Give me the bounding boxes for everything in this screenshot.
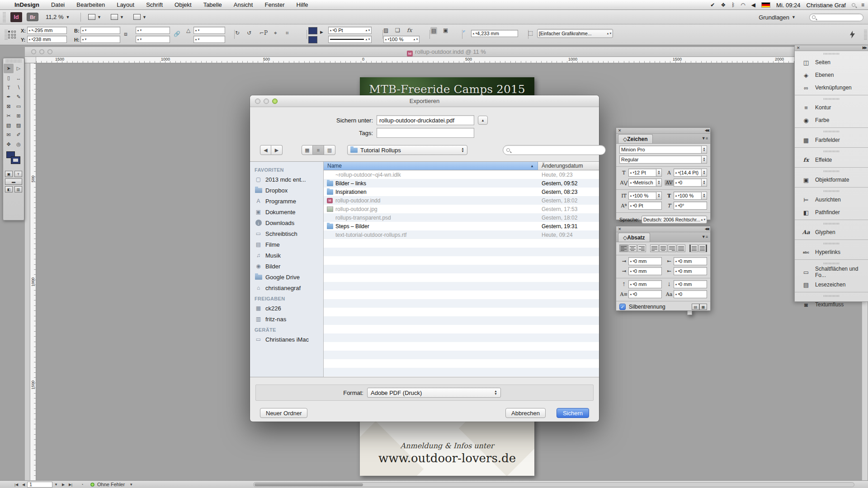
selection-tool[interactable]: ➤ [4, 64, 14, 73]
right-indent-field[interactable]: ▲▼0 mm [674, 257, 707, 265]
sidebar-item-programme[interactable]: AProgramme [250, 196, 323, 206]
wrap-bounding-box-button[interactable]: ▣ [443, 27, 448, 33]
sidebar-item-schreibtisch[interactable]: ▭Schreibtisch [250, 228, 323, 239]
stroke-type-dropdown[interactable]: ▲▼ [328, 36, 372, 43]
align-ja-button[interactable] [677, 244, 685, 252]
effects-fx-icon[interactable]: fx [407, 27, 412, 33]
menu-hilfe[interactable]: Hilfe [297, 1, 308, 8]
file-row[interactable]: Bilder – linksGestern, 09:52 [324, 179, 599, 188]
ruler-origin[interactable] [25, 57, 36, 63]
link-scale-icon[interactable]: 🔗 [174, 31, 180, 37]
column-view-button[interactable]: ▥ [324, 145, 335, 155]
menu-user[interactable]: Christiane Graf [807, 2, 846, 9]
filename-input[interactable]: rollup-outdoor-druckdatei.pdf [377, 115, 474, 125]
scissors-tool[interactable]: ✂ [4, 111, 14, 121]
file-row[interactable]: Steps – BilderGestern, 19:31 [324, 222, 599, 230]
menu-bearbeiten[interactable]: Bearbeiten [76, 1, 105, 8]
opacity-field[interactable]: ▲▼100 %▲▼ [383, 36, 420, 43]
format-dropdown[interactable]: Adobe PDF (Druck)▲▼ [367, 388, 501, 398]
dock-item-align[interactable]: ⊨Ausrichten [795, 193, 868, 206]
hyphenation-checkbox[interactable]: ✓ [619, 304, 626, 310]
sidebar-item-christianes-imac[interactable]: ▭Christianes iMac [250, 334, 323, 345]
baseline-shift-field[interactable]: ▲▼0 Pt [628, 202, 662, 210]
line-tool[interactable]: ∖ [14, 83, 24, 92]
note-tool[interactable]: ✉ [4, 130, 14, 140]
sidebar-item-filme[interactable]: ▤Filme [250, 239, 323, 250]
dock-item-effects[interactable]: fxEffekte [795, 154, 868, 166]
sidebar-item-christianegraf[interactable]: ⌂christianegraf [250, 282, 323, 293]
last-page-button[interactable]: ▶| [67, 482, 74, 488]
panel-menu-icon[interactable]: ▼≡ [702, 136, 708, 141]
dock-group-grip[interactable] [795, 96, 868, 101]
dock-group-grip[interactable] [795, 188, 868, 193]
sidebar-item-2013-mdc-ent-[interactable]: ▢2013 mdc ent... [250, 174, 323, 185]
expand-icon[interactable]: ▶▶ [863, 46, 866, 50]
volume-icon[interactable]: ◀ [751, 2, 755, 8]
vertical-ruler[interactable]: 50010001500 [30, 63, 36, 480]
direct-selection-tool[interactable]: ▷ [14, 64, 24, 73]
last-line-indent-field[interactable]: ▲▼0 mm [674, 267, 707, 275]
align-jr-button[interactable] [668, 244, 676, 252]
stroke-swatch[interactable] [308, 36, 317, 43]
wrap-none-button[interactable]: ▤ [430, 27, 437, 34]
save-button[interactable]: Sichern [557, 408, 589, 418]
dock-item-buttons-forms[interactable]: ▭Schaltflächen und Fo... [795, 266, 868, 278]
preflight-status-text[interactable]: Ohne Fehler [97, 482, 125, 487]
border-button[interactable]: ▦ [699, 304, 707, 310]
dock-group-grip[interactable] [795, 149, 868, 154]
space-before-field[interactable]: ▲▼0 mm [628, 280, 662, 288]
fill-swatch[interactable] [308, 27, 317, 34]
drop-cap-chars-field[interactable]: ▲▼0 [674, 290, 707, 298]
panel-menu-icon[interactable]: ▼≡ [702, 235, 708, 239]
menu-indesign[interactable]: InDesign [14, 1, 39, 8]
sidebar-item-downloads[interactable]: ↓Downloads [250, 217, 323, 228]
sidebar-item-dokumente[interactable]: ▣Dokumente [250, 206, 323, 217]
prev-page-button[interactable]: ◀ [20, 482, 27, 488]
dock-item-hyperlinks[interactable]: abcHyperlinks [795, 246, 868, 258]
sidebar-item-dropbox[interactable]: Dropbox [250, 185, 323, 196]
screen-mode-button[interactable]: ▼ [108, 13, 126, 22]
dialog-search-input[interactable] [503, 145, 606, 155]
bridge-button[interactable]: Br [27, 13, 38, 21]
control-panel-grip[interactable] [5, 30, 8, 40]
dock-group-grip[interactable] [795, 221, 868, 226]
page-dropdown-caret[interactable]: ▼ [52, 482, 60, 488]
menu-ansicht[interactable]: Ansicht [234, 1, 253, 8]
align-c-button[interactable] [628, 244, 637, 252]
formatting-text-button[interactable]: T [14, 171, 22, 177]
stroke-weight-field[interactable]: ▲▼0 Pt▲▼ [328, 27, 372, 34]
eyedropper-tool[interactable]: ✐ [14, 130, 24, 140]
dock-item-color[interactable]: ◉Farbe [795, 114, 868, 127]
quick-apply-lightning-icon[interactable] [850, 31, 855, 38]
formatting-container-button[interactable]: ▣ [5, 171, 13, 177]
dock-item-object-styles[interactable]: ▣Objektformate [795, 174, 868, 186]
select-container-icon[interactable]: ⌖ [274, 30, 277, 36]
app-bar-grip[interactable] [3, 12, 6, 22]
tracking-field[interactable]: ▲▼0 [674, 178, 702, 187]
preflight-menu-icon[interactable]: ◔ [79, 482, 86, 488]
rotate-cw-icon[interactable]: ↻ [235, 30, 240, 36]
left-indent-field[interactable]: ▲▼0 mm [628, 257, 662, 265]
dock-item-layers[interactable]: ◈Ebenen [795, 69, 868, 81]
drop-cap-lines-field[interactable]: ▲▼0 [628, 290, 662, 298]
file-row[interactable]: InspirationenGestern, 08:23 [324, 188, 599, 196]
close-icon[interactable]: ✕ [618, 128, 622, 133]
list-view-button[interactable]: ≡ [313, 145, 324, 155]
space-after-field[interactable]: ▲▼0 mm [674, 280, 707, 288]
select-content-icon[interactable]: ⌗ [286, 30, 289, 36]
shear-angle-field[interactable]: ▲▼ [193, 36, 225, 43]
constrain-proportions-icon[interactable]: ⧈ [124, 31, 127, 37]
sidebar-item-fritz-nas[interactable]: ▥fritz-nas [250, 314, 323, 324]
font-style-field[interactable]: Regular [619, 155, 702, 164]
scrollbar-thumb[interactable] [255, 483, 363, 486]
tool-stroke-swatch[interactable] [11, 157, 20, 164]
rectangle-tool[interactable]: ▭ [14, 102, 24, 111]
menu-clock[interactable]: Mi. 09:24 [776, 2, 800, 9]
dialog-title-bar[interactable]: Exportieren [250, 95, 599, 107]
height-field[interactable]: ▲▼ [80, 36, 120, 43]
shading-button[interactable]: ▤ [692, 304, 699, 310]
kerning-field[interactable]: ▲▼Metrisch [628, 178, 656, 187]
menu-schrift[interactable]: Schrift [146, 1, 163, 8]
corner-radius-field[interactable]: ▲▼4,233 mm [471, 30, 518, 37]
menu-fenster[interactable]: Fenster [264, 1, 284, 8]
